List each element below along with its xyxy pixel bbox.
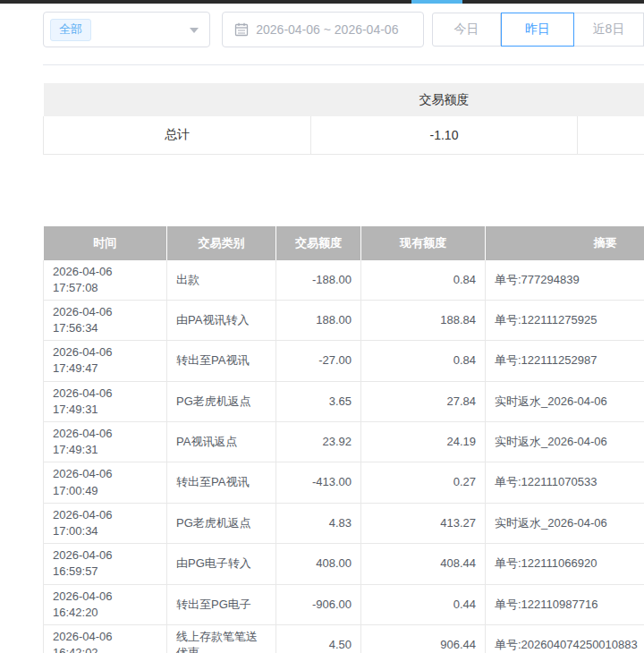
- date-range-value: 2026-04-06 ~ 2026-04-06: [256, 22, 398, 37]
- cell-balance: 0.84: [361, 260, 486, 301]
- cell-time: 2026-04-06 16:59:57: [44, 544, 167, 584]
- loading-progress-segment: [411, 0, 462, 4]
- cell-type: 转出至PG电子: [167, 584, 276, 624]
- summary-header-empty: [44, 83, 311, 116]
- table-row: 2026-04-06 17:49:31 PA视讯返点 23.92 24.19 实…: [44, 422, 644, 462]
- table-row: 2026-04-06 17:00:34 PG老虎机返点 4.83 413.27 …: [44, 503, 644, 543]
- cell-summary: 单号:777294839: [486, 260, 644, 301]
- date-range-input[interactable]: 2026-04-06 ~ 2026-04-06: [222, 12, 424, 47]
- cell-balance: 0.44: [361, 584, 486, 624]
- cell-balance: 24.19: [361, 422, 486, 462]
- cell-type: 由PG电子转入: [167, 544, 276, 584]
- cell-summary: 实时返水_2026-04-06: [486, 381, 644, 421]
- cell-summary: 单号:122111252987: [486, 341, 644, 381]
- table-row: 2026-04-06 16:42:02 线上存款笔笔送优惠 4.50 906.4…: [44, 624, 644, 653]
- summary-total-value: -1.10: [311, 116, 578, 154]
- cell-amount: 4.50: [276, 624, 361, 653]
- cell-time: 2026-04-06 16:42:20: [44, 584, 167, 624]
- cell-summary: 实时返水_2026-04-06: [486, 503, 644, 543]
- cell-amount: -906.00: [276, 584, 361, 624]
- cell-summary: 实时返水_2026-04-06: [486, 422, 644, 462]
- summary-table: 交易额度 总计 -1.10: [43, 83, 644, 155]
- cell-type: 线上存款笔笔送优惠: [167, 624, 276, 653]
- cell-balance: 27.84: [361, 381, 486, 421]
- yesterday-button[interactable]: 昨日: [501, 13, 574, 47]
- cell-amount: 408.00: [276, 544, 361, 584]
- cell-balance: 413.27: [361, 503, 486, 543]
- summary-header-row: 交易额度: [44, 83, 644, 116]
- calendar-icon: [234, 22, 249, 37]
- quick-range-button-group: 今日 昨日 近8日: [432, 13, 644, 47]
- summary-header-amount: 交易额度: [311, 83, 578, 116]
- cell-summary: 单号:122110987716: [486, 584, 644, 624]
- col-header-time: 时间: [44, 226, 167, 260]
- cell-amount: -27.00: [276, 341, 361, 381]
- cell-amount: -413.00: [276, 462, 361, 503]
- cell-time: 2026-04-06 17:00:49: [44, 462, 167, 503]
- cell-summary: 单号:202604074250010883: [486, 624, 644, 653]
- selected-category-tag: 全部: [50, 19, 91, 41]
- cell-summary: 单号:122111066920: [486, 544, 644, 584]
- col-header-type: 交易类别: [167, 226, 276, 260]
- cell-amount: 4.83: [276, 503, 361, 543]
- col-header-summary: 摘要: [486, 226, 644, 260]
- top-loading-bar: [0, 0, 644, 4]
- cell-type: PG老虎机返点: [167, 503, 276, 543]
- table-row: 2026-04-06 17:57:08 出款 -188.00 0.84 单号:7…: [44, 260, 644, 301]
- cell-amount: 188.00: [276, 300, 361, 340]
- filter-bar: 全部 2026-04-06 ~ 2026-04-06 今日 昨日 近8日: [43, 12, 644, 47]
- cell-time: 2026-04-06 17:49:47: [44, 341, 167, 381]
- table-row: 2026-04-06 17:49:31 PG老虎机返点 3.65 27.84 实…: [44, 381, 644, 421]
- cell-amount: 23.92: [276, 422, 361, 462]
- cell-balance: 188.84: [361, 300, 486, 340]
- cell-time: 2026-04-06 17:57:08: [44, 260, 167, 301]
- cell-time: 2026-04-06 17:49:31: [44, 381, 167, 421]
- cell-time: 2026-04-06 17:56:34: [44, 300, 167, 340]
- cell-balance: 906.44: [361, 624, 486, 653]
- table-row: 2026-04-06 17:56:34 由PA视讯转入 188.00 188.8…: [44, 300, 644, 340]
- cell-type: PG老虎机返点: [167, 381, 276, 421]
- cell-time: 2026-04-06 17:00:34: [44, 503, 167, 543]
- cell-type: PA视讯返点: [167, 422, 276, 462]
- cell-summary: 单号:122111070533: [486, 462, 644, 503]
- transactions-table: 时间 交易类别 交易额度 现有额度 摘要 2026-04-06 17:57:08…: [43, 226, 644, 653]
- cell-balance: 0.84: [361, 341, 486, 381]
- cell-balance: 0.27: [361, 462, 486, 503]
- summary-total-row: 总计 -1.10: [44, 116, 644, 154]
- cell-type: 出款: [167, 260, 276, 301]
- transactions-header-row: 时间 交易类别 交易额度 现有额度 摘要: [44, 226, 644, 260]
- summary-header-cut: [578, 83, 644, 116]
- cell-type: 由PA视讯转入: [167, 300, 276, 340]
- cell-amount: -188.00: [276, 260, 361, 301]
- cell-time: 2026-04-06 16:42:02: [44, 624, 167, 653]
- section-divider: [43, 64, 644, 65]
- col-header-amount: 交易额度: [276, 226, 361, 260]
- cell-amount: 3.65: [276, 381, 361, 421]
- cell-time: 2026-04-06 17:49:31: [44, 422, 167, 462]
- today-button[interactable]: 今日: [432, 13, 501, 47]
- table-row: 2026-04-06 17:00:49 转出至PA视讯 -413.00 0.27…: [44, 462, 644, 503]
- cell-type: 转出至PA视讯: [167, 462, 276, 503]
- cell-summary: 单号:122111275925: [486, 300, 644, 340]
- cell-balance: 408.44: [361, 544, 486, 584]
- cell-type: 转出至PA视讯: [167, 341, 276, 381]
- table-row: 2026-04-06 16:59:57 由PG电子转入 408.00 408.4…: [44, 544, 644, 584]
- table-row: 2026-04-06 17:49:47 转出至PA视讯 -27.00 0.84 …: [44, 341, 644, 381]
- last-8-days-button[interactable]: 近8日: [574, 13, 644, 47]
- category-select[interactable]: 全部: [43, 12, 210, 47]
- chevron-down-icon: [190, 28, 199, 33]
- summary-total-cut: [578, 116, 644, 154]
- summary-total-label: 总计: [44, 116, 311, 154]
- table-row: 2026-04-06 16:42:20 转出至PG电子 -906.00 0.44…: [44, 584, 644, 624]
- col-header-balance: 现有额度: [361, 226, 486, 260]
